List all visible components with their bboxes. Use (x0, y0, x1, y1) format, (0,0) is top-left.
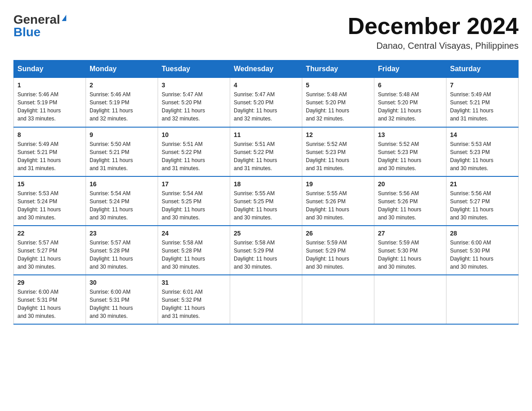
header-saturday: Saturday (446, 60, 519, 78)
day-info: Sunrise: 5:57 AMSunset: 5:28 PMDaylight:… (90, 240, 133, 270)
location-title: Danao, Central Visayas, Philippines (348, 41, 519, 51)
day-number: 19 (306, 180, 370, 188)
day-number: 3 (162, 81, 226, 89)
calendar-cell (446, 275, 519, 324)
day-info: Sunrise: 6:00 AMSunset: 5:30 PMDaylight:… (450, 240, 493, 270)
calendar-cell: 5 Sunrise: 5:48 AMSunset: 5:20 PMDayligh… (302, 78, 374, 127)
calendar-table: SundayMondayTuesdayWednesdayThursdayFrid… (13, 60, 519, 325)
day-info: Sunrise: 5:56 AMSunset: 5:26 PMDaylight:… (378, 190, 421, 221)
calendar-cell (302, 275, 374, 324)
calendar-cell: 15 Sunrise: 5:53 AMSunset: 5:24 PMDaylig… (14, 176, 86, 226)
header-friday: Friday (374, 60, 446, 78)
day-number: 13 (378, 131, 442, 138)
day-info: Sunrise: 5:59 AMSunset: 5:29 PMDaylight:… (306, 240, 349, 270)
day-info: Sunrise: 5:50 AMSunset: 5:21 PMDaylight:… (90, 141, 133, 171)
day-info: Sunrise: 5:46 AMSunset: 5:19 PMDaylight:… (90, 91, 133, 122)
day-info: Sunrise: 5:59 AMSunset: 5:30 PMDaylight:… (378, 240, 421, 270)
day-number: 28 (450, 230, 515, 237)
logo-general: General (13, 13, 60, 26)
day-number: 21 (450, 180, 515, 188)
calendar-cell: 25 Sunrise: 5:58 AMSunset: 5:29 PMDaylig… (230, 226, 302, 275)
day-info: Sunrise: 6:01 AMSunset: 5:32 PMDaylight:… (162, 289, 205, 319)
day-number: 5 (306, 81, 370, 89)
day-number: 4 (234, 81, 298, 89)
header-monday: Monday (86, 60, 158, 78)
day-info: Sunrise: 6:00 AMSunset: 5:31 PMDaylight:… (17, 289, 61, 319)
day-number: 14 (450, 131, 515, 138)
day-info: Sunrise: 5:53 AMSunset: 5:23 PMDaylight:… (450, 141, 493, 171)
day-info: Sunrise: 5:53 AMSunset: 5:24 PMDaylight:… (17, 190, 61, 221)
day-info: Sunrise: 5:54 AMSunset: 5:25 PMDaylight:… (162, 190, 205, 221)
calendar-cell: 18 Sunrise: 5:55 AMSunset: 5:25 PMDaylig… (230, 176, 302, 226)
header-thursday: Thursday (302, 60, 374, 78)
day-number: 7 (450, 81, 515, 89)
day-number: 9 (90, 131, 154, 138)
day-info: Sunrise: 5:58 AMSunset: 5:28 PMDaylight:… (162, 240, 205, 270)
day-info: Sunrise: 5:55 AMSunset: 5:25 PMDaylight:… (234, 190, 277, 221)
logo-blue: Blue (13, 26, 41, 39)
day-info: Sunrise: 5:47 AMSunset: 5:20 PMDaylight:… (234, 91, 277, 122)
calendar-week-row: 15 Sunrise: 5:53 AMSunset: 5:24 PMDaylig… (14, 176, 519, 226)
calendar-cell: 17 Sunrise: 5:54 AMSunset: 5:25 PMDaylig… (158, 176, 230, 226)
day-number: 24 (162, 230, 226, 237)
day-number: 2 (90, 81, 154, 89)
calendar-cell: 16 Sunrise: 5:54 AMSunset: 5:24 PMDaylig… (86, 176, 158, 226)
day-info: Sunrise: 5:46 AMSunset: 5:19 PMDaylight:… (17, 91, 61, 122)
calendar-cell: 3 Sunrise: 5:47 AMSunset: 5:20 PMDayligh… (158, 78, 230, 127)
day-info: Sunrise: 5:47 AMSunset: 5:20 PMDaylight:… (162, 91, 205, 122)
calendar-cell: 22 Sunrise: 5:57 AMSunset: 5:27 PMDaylig… (14, 226, 86, 275)
calendar-header-row: SundayMondayTuesdayWednesdayThursdayFrid… (14, 60, 519, 78)
calendar-cell: 28 Sunrise: 6:00 AMSunset: 5:30 PMDaylig… (446, 226, 519, 275)
calendar-cell: 8 Sunrise: 5:49 AMSunset: 5:21 PMDayligh… (14, 127, 86, 176)
day-info: Sunrise: 5:48 AMSunset: 5:20 PMDaylight:… (306, 91, 349, 122)
day-number: 26 (306, 230, 370, 237)
calendar-cell: 20 Sunrise: 5:56 AMSunset: 5:26 PMDaylig… (374, 176, 446, 226)
calendar-cell: 10 Sunrise: 5:51 AMSunset: 5:22 PMDaylig… (158, 127, 230, 176)
calendar-cell: 30 Sunrise: 6:00 AMSunset: 5:31 PMDaylig… (86, 275, 158, 324)
header-wednesday: Wednesday (230, 60, 302, 78)
month-title: December 2024 (348, 13, 519, 39)
day-info: Sunrise: 5:48 AMSunset: 5:20 PMDaylight:… (378, 91, 421, 122)
day-number: 16 (90, 180, 154, 188)
day-number: 27 (378, 230, 442, 237)
day-number: 30 (90, 279, 154, 286)
day-number: 20 (378, 180, 442, 188)
logo: General Blue (13, 13, 66, 39)
day-number: 11 (234, 131, 298, 138)
calendar-cell (374, 275, 446, 324)
day-info: Sunrise: 5:52 AMSunset: 5:23 PMDaylight:… (378, 141, 421, 171)
day-number: 15 (17, 180, 82, 188)
calendar-week-row: 29 Sunrise: 6:00 AMSunset: 5:31 PMDaylig… (14, 275, 519, 324)
day-info: Sunrise: 5:52 AMSunset: 5:23 PMDaylight:… (306, 141, 349, 171)
calendar-cell (230, 275, 302, 324)
day-number: 31 (162, 279, 226, 286)
calendar-cell: 7 Sunrise: 5:49 AMSunset: 5:21 PMDayligh… (446, 78, 519, 127)
day-number: 18 (234, 180, 298, 188)
calendar-cell: 19 Sunrise: 5:55 AMSunset: 5:26 PMDaylig… (302, 176, 374, 226)
calendar-cell: 13 Sunrise: 5:52 AMSunset: 5:23 PMDaylig… (374, 127, 446, 176)
calendar-cell: 2 Sunrise: 5:46 AMSunset: 5:19 PMDayligh… (86, 78, 158, 127)
calendar-cell: 31 Sunrise: 6:01 AMSunset: 5:32 PMDaylig… (158, 275, 230, 324)
header-sunday: Sunday (14, 60, 86, 78)
day-number: 29 (17, 279, 82, 286)
day-number: 25 (234, 230, 298, 237)
day-number: 8 (17, 131, 82, 138)
day-number: 1 (17, 81, 82, 89)
day-info: Sunrise: 5:57 AMSunset: 5:27 PMDaylight:… (17, 240, 61, 270)
header-tuesday: Tuesday (158, 60, 230, 78)
calendar-week-row: 22 Sunrise: 5:57 AMSunset: 5:27 PMDaylig… (14, 226, 519, 275)
day-number: 12 (306, 131, 370, 138)
day-info: Sunrise: 5:56 AMSunset: 5:27 PMDaylight:… (450, 190, 493, 221)
calendar-cell: 26 Sunrise: 5:59 AMSunset: 5:29 PMDaylig… (302, 226, 374, 275)
calendar-cell: 27 Sunrise: 5:59 AMSunset: 5:30 PMDaylig… (374, 226, 446, 275)
day-number: 22 (17, 230, 82, 237)
day-info: Sunrise: 6:00 AMSunset: 5:31 PMDaylight:… (90, 289, 133, 319)
calendar-cell: 9 Sunrise: 5:50 AMSunset: 5:21 PMDayligh… (86, 127, 158, 176)
calendar-cell: 6 Sunrise: 5:48 AMSunset: 5:20 PMDayligh… (374, 78, 446, 127)
title-area: December 2024 Danao, Central Visayas, Ph… (348, 13, 519, 51)
calendar-cell: 1 Sunrise: 5:46 AMSunset: 5:19 PMDayligh… (14, 78, 86, 127)
day-info: Sunrise: 5:49 AMSunset: 5:21 PMDaylight:… (450, 91, 493, 122)
calendar-cell: 29 Sunrise: 6:00 AMSunset: 5:31 PMDaylig… (14, 275, 86, 324)
day-number: 6 (378, 81, 442, 89)
calendar-cell: 4 Sunrise: 5:47 AMSunset: 5:20 PMDayligh… (230, 78, 302, 127)
